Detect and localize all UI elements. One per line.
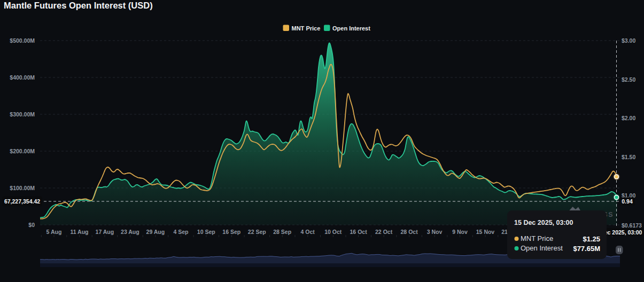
svg-text:$2.00: $2.00	[622, 115, 635, 121]
svg-text:$200.00M: $200.00M	[10, 148, 35, 154]
svg-text:15 Nov: 15 Nov	[476, 229, 495, 235]
svg-text:5 Aug: 5 Aug	[46, 229, 62, 235]
svg-text:67,227,354.42: 67,227,354.42	[4, 198, 40, 205]
svg-text:Open Interest: Open Interest	[521, 244, 563, 252]
svg-text:16 Oct: 16 Oct	[350, 229, 368, 235]
svg-text:0.94: 0.94	[622, 198, 633, 205]
svg-text:10 Oct: 10 Oct	[324, 229, 342, 235]
svg-text:Open Interest: Open Interest	[332, 25, 370, 32]
svg-text:11 Aug: 11 Aug	[70, 229, 88, 235]
svg-text:$0.6173: $0.6173	[622, 222, 642, 229]
svg-text:MNT Price: MNT Price	[292, 25, 321, 32]
svg-text:15 Dec 2025, 03:00: 15 Dec 2025, 03:00	[514, 219, 573, 226]
svg-text:22 Sep: 22 Sep	[248, 229, 266, 235]
svg-text:$77.65M: $77.65M	[573, 245, 600, 253]
svg-text:4 Sep: 4 Sep	[173, 229, 188, 235]
svg-text:17 Aug: 17 Aug	[96, 229, 114, 235]
svg-text:$2.50: $2.50	[622, 76, 635, 83]
svg-text:$0: $0	[28, 222, 35, 228]
svg-text:29 Aug: 29 Aug	[146, 229, 165, 235]
svg-text:28 Oct: 28 Oct	[401, 229, 418, 235]
svg-text:28 Sep: 28 Sep	[273, 229, 291, 235]
svg-text:3 Nov: 3 Nov	[427, 229, 443, 235]
svg-text:9 Nov: 9 Nov	[452, 229, 468, 235]
svg-text:$400.00M: $400.00M	[10, 74, 35, 81]
svg-text:$300.00M: $300.00M	[10, 111, 35, 118]
svg-text:Mantle Futures Open Interest (: Mantle Futures Open Interest (USD)	[4, 1, 153, 10]
svg-text:$3.00: $3.00	[622, 37, 635, 44]
svg-text:23 Aug: 23 Aug	[121, 229, 139, 235]
svg-text:$1.25: $1.25	[583, 235, 600, 243]
svg-text:$500.00M: $500.00M	[10, 37, 35, 44]
svg-text:$1.50: $1.50	[622, 154, 635, 160]
svg-text:16 Sep: 16 Sep	[222, 229, 240, 235]
svg-text:$100.00M: $100.00M	[10, 185, 35, 191]
svg-text:MNT Price: MNT Price	[521, 234, 553, 242]
svg-text:4 Oct: 4 Oct	[301, 229, 315, 235]
svg-text:22 Oct: 22 Oct	[375, 229, 393, 235]
svg-text:10 Sep: 10 Sep	[197, 229, 215, 235]
